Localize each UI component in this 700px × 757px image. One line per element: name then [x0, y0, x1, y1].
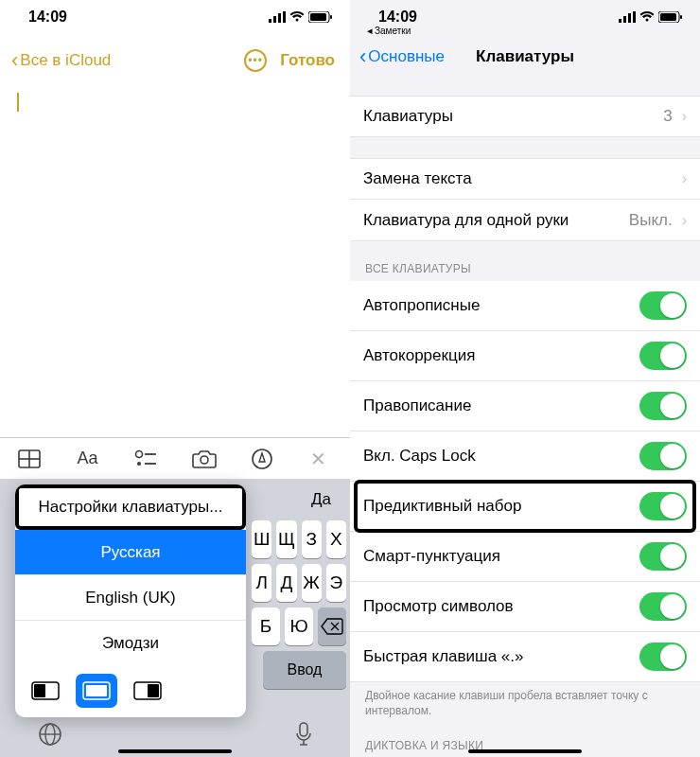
keyboard-emoji-item[interactable]: Эмодзи: [15, 621, 246, 666]
toggle-autocap[interactable]: [639, 291, 687, 320]
status-icons: [269, 11, 333, 23]
back-label: Основные: [368, 47, 445, 66]
cell-spelling: Правописание: [350, 381, 700, 431]
breadcrumb[interactable]: ◂ Заметки: [350, 25, 700, 37]
keyboard-dock-right-icon[interactable]: [127, 674, 168, 708]
group-header-all: ВСЕ КЛАВИАТУРЫ: [350, 262, 700, 281]
svg-rect-3: [283, 11, 286, 23]
notes-navbar: ‹ Все в iCloud ••• Готово: [0, 25, 350, 79]
cell-autocap: Автопрописные: [350, 281, 700, 331]
status-icons: [619, 11, 683, 23]
back-button[interactable]: ‹ Все в iCloud: [11, 50, 111, 71]
keyboard-switcher-menu: Настройки клавиатуры... Русская English …: [15, 484, 246, 717]
cell-label: Клавиатуры: [363, 107, 453, 126]
toggle-autocorrect[interactable]: [639, 342, 687, 370]
svg-rect-25: [300, 723, 307, 736]
backspace-key[interactable]: [318, 607, 346, 645]
page-title: Клавиатуры: [476, 47, 574, 66]
key[interactable]: З: [302, 520, 322, 558]
cell-smartpunct: Смарт-пунктуация: [350, 532, 700, 582]
status-time: 14:09: [378, 9, 417, 26]
chevron-left-icon: ◂: [367, 25, 373, 37]
svg-rect-5: [310, 13, 326, 21]
keyboard-dock-left-icon[interactable]: [25, 674, 66, 708]
table-icon[interactable]: [9, 449, 49, 468]
key[interactable]: Б: [252, 607, 280, 645]
text-cursor: [17, 93, 19, 112]
cell-label: Смарт-пунктуация: [363, 547, 500, 566]
toggle-shortcut[interactable]: [639, 643, 687, 671]
svg-rect-2: [278, 13, 281, 23]
chevron-left-icon: ‹: [11, 50, 18, 71]
footer-note: Двойное касание клавиши пробела вставляе…: [350, 682, 700, 718]
svg-rect-28: [628, 13, 631, 23]
mic-icon[interactable]: [295, 722, 312, 747]
cell-label: Замена текста: [363, 169, 472, 188]
keyboard-russian-item[interactable]: Русская: [15, 530, 246, 575]
camera-icon[interactable]: [184, 449, 224, 468]
cell-label: Автокоррекция: [363, 346, 475, 365]
toggle-predictive[interactable]: [639, 492, 687, 520]
status-bar: 14:09: [350, 0, 700, 25]
svg-rect-0: [269, 19, 271, 23]
cell-predictive: Предиктивный набор: [350, 482, 700, 532]
battery-icon: [658, 11, 683, 23]
svg-point-10: [136, 450, 143, 457]
breadcrumb-label: Заметки: [375, 26, 411, 36]
format-icon[interactable]: Aa: [67, 449, 107, 468]
cell-autocorrect: Автокоррекция: [350, 331, 700, 381]
ellipsis-icon: •••: [248, 54, 263, 67]
toggle-smartpunct[interactable]: [639, 542, 687, 571]
toggle-spelling[interactable]: [639, 392, 687, 420]
key[interactable]: Щ: [276, 520, 296, 558]
back-button[interactable]: ‹ Основные: [359, 46, 445, 67]
key[interactable]: Л: [252, 564, 271, 602]
key[interactable]: Ш: [252, 520, 271, 558]
toggle-charpreview[interactable]: [639, 592, 687, 621]
key[interactable]: Х: [326, 520, 346, 558]
keyboard-english-item[interactable]: English (UK): [15, 575, 246, 621]
key[interactable]: Ж: [302, 564, 322, 602]
cell-value: 3: [663, 107, 672, 126]
keyboard-dock-center-icon[interactable]: [76, 674, 117, 708]
close-icon[interactable]: ✕: [301, 448, 341, 470]
svg-rect-29: [633, 11, 636, 23]
key[interactable]: Э: [326, 564, 346, 602]
cell-label: Автопрописные: [363, 296, 480, 315]
cell-label: Просмотр символов: [363, 597, 514, 616]
svg-rect-31: [660, 13, 676, 21]
checklist-icon[interactable]: [126, 449, 166, 468]
cell-label: Быстрая клавиша «.»: [363, 647, 523, 666]
cell-capslock: Вкл. Caps Lock: [350, 431, 700, 482]
svg-rect-21: [148, 684, 159, 697]
globe-icon[interactable]: [38, 722, 62, 747]
more-button[interactable]: •••: [244, 49, 267, 72]
cell-keyboards[interactable]: Клавиатуры 3 ›: [350, 96, 700, 137]
wifi-icon: [289, 11, 305, 23]
done-button[interactable]: Готово: [280, 51, 335, 70]
cell-text-replacement[interactable]: Замена текста ›: [350, 158, 700, 200]
suggestion-item[interactable]: Да: [311, 490, 331, 509]
cell-label: Клавиатура для одной руки: [363, 211, 569, 230]
keyboard-area: Aa ✕ Да Настройки клавиатуры... Русская …: [0, 437, 350, 757]
cell-one-handed[interactable]: Клавиатура для одной руки Выкл. ›: [350, 200, 700, 241]
key[interactable]: Д: [276, 564, 296, 602]
svg-rect-27: [623, 16, 626, 23]
svg-rect-1: [273, 16, 276, 23]
svg-rect-32: [680, 15, 682, 19]
return-key[interactable]: Ввод: [263, 651, 346, 689]
svg-rect-26: [619, 19, 621, 23]
keyboard-settings-item[interactable]: Настройки клавиатуры...: [15, 484, 246, 530]
svg-rect-19: [86, 685, 107, 696]
cellular-icon: [619, 11, 636, 23]
group-header-dictation: ДИКТОВКА И ЯЗЫКИ: [350, 739, 700, 757]
key[interactable]: Ю: [285, 607, 313, 645]
chevron-left-icon: ‹: [359, 46, 366, 67]
markup-icon[interactable]: [242, 449, 282, 469]
home-indicator: [118, 749, 232, 753]
cell-label: Правописание: [363, 396, 471, 415]
svg-point-11: [137, 462, 141, 466]
cell-label: Вкл. Caps Lock: [363, 447, 476, 466]
toggle-capslock[interactable]: [639, 442, 687, 470]
status-bar: 14:09: [0, 0, 350, 25]
